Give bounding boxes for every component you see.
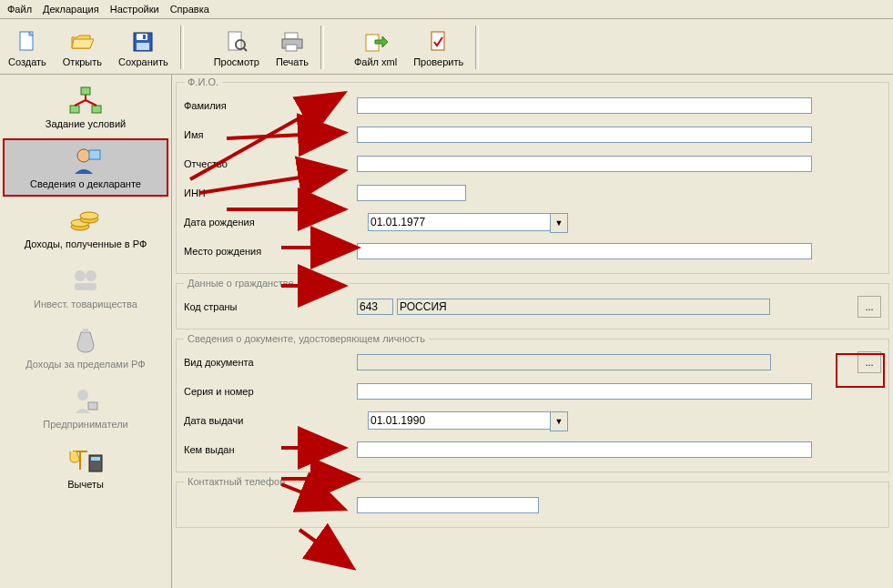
menu-settings[interactable]: Настройки: [110, 4, 159, 15]
menu-help[interactable]: Справка: [170, 4, 209, 15]
sidebar-item-label: Задание условий: [5, 118, 167, 129]
sidebar-item-declarant[interactable]: Сведения о декларанте: [3, 138, 168, 197]
menu-decl[interactable]: Декларация: [43, 4, 99, 15]
open-button[interactable]: Открыть: [55, 21, 110, 74]
new-file-icon: [15, 29, 40, 55]
toolbar-sep-1: [180, 25, 184, 69]
sidebar-item-invest[interactable]: Инвест. товарищества: [3, 259, 168, 317]
phone-input[interactable]: [357, 497, 539, 513]
svg-point-30: [86, 270, 96, 281]
svg-line-49: [299, 530, 350, 566]
check-button[interactable]: Проверить: [405, 21, 472, 74]
svg-rect-16: [431, 32, 444, 50]
document-group: Сведения о документе, удостоверяющем лич…: [176, 333, 889, 472]
person-card-icon: [67, 144, 104, 177]
issuer-input[interactable]: [357, 441, 812, 458]
surname-label: Фамилия: [184, 100, 357, 111]
toolbar-sep-2: [320, 25, 324, 69]
main-form: Ф.И.О. Фамилия Имя Отчество ИНН Дата рож…: [172, 75, 893, 588]
toolbar-sep-3: [475, 25, 479, 69]
country-name-input: [397, 299, 770, 315]
svg-line-22: [86, 100, 96, 106]
svg-rect-18: [70, 106, 79, 113]
folder-open-icon: [69, 29, 95, 55]
preview-button[interactable]: Просмотр: [206, 21, 268, 74]
sidebar-item-deductions[interactable]: Вычеты: [3, 439, 168, 497]
patronymic-label: Отчество: [184, 158, 357, 169]
patronymic-input[interactable]: [357, 156, 812, 172]
name-label: Имя: [184, 129, 357, 140]
svg-rect-24: [89, 150, 100, 159]
country-browse-button[interactable]: ...: [857, 296, 881, 318]
print-button[interactable]: Печать: [268, 21, 317, 74]
sidebar-item-conditions[interactable]: Задание условий: [3, 78, 168, 137]
sidebar-item-label: Вычеты: [5, 479, 167, 490]
svg-point-29: [75, 270, 86, 281]
name-input[interactable]: [357, 127, 812, 143]
country-code-input: [357, 299, 393, 315]
handshake-icon: [67, 264, 104, 297]
svg-point-33: [77, 390, 88, 400]
sidebar-item-entrepreneurs[interactable]: Предприниматели: [3, 379, 168, 437]
sidebar-item-label: Сведения о декларанте: [5, 178, 167, 189]
magnify-page-icon: [224, 29, 249, 55]
doctype-input: [357, 354, 771, 370]
toolbar: Создать Открыть Сохранить Просмотр Печат…: [0, 19, 893, 75]
dob-combo[interactable]: ▼: [368, 213, 568, 231]
svg-rect-31: [75, 283, 96, 290]
phone-group: Контактный телефон: [176, 476, 889, 528]
sidebar-item-income-abroad[interactable]: Доходы за пределами РФ: [3, 319, 168, 377]
citizenship-group: Данные о гражданстве Код страны ...: [176, 278, 889, 329]
floppy-icon: [130, 29, 156, 55]
save-button[interactable]: Сохранить: [110, 21, 177, 74]
sidebar-item-label: Предприниматели: [5, 419, 167, 430]
money-bag-icon: [67, 324, 104, 357]
issue-date-input[interactable]: [368, 411, 550, 430]
dob-input[interactable]: [368, 213, 550, 231]
svg-rect-7: [143, 35, 146, 39]
series-number-input[interactable]: [357, 383, 812, 400]
dropdown-icon[interactable]: ▼: [550, 213, 568, 233]
country-code-label: Код страны: [184, 301, 357, 312]
scales-calc-icon: [67, 444, 104, 477]
inn-label: ИНН: [184, 188, 357, 198]
svg-rect-13: [286, 45, 297, 51]
sidebar-item-label: Доходы за пределами РФ: [5, 359, 167, 370]
svg-rect-19: [92, 106, 101, 113]
doctype-label: Вид документа: [184, 357, 357, 368]
menu-file[interactable]: Файл: [7, 4, 32, 15]
sidebar: Задание условий Сведения о декларанте До…: [0, 75, 172, 588]
series-number-label: Серия и номер: [184, 386, 357, 397]
coins-icon: [67, 204, 104, 237]
citizenship-legend: Данные о гражданстве: [184, 278, 298, 289]
xml-button[interactable]: Файл xml: [346, 21, 405, 74]
menubar: Файл Декларация Настройки Справка: [0, 0, 893, 19]
issue-date-combo[interactable]: ▼: [368, 411, 568, 430]
svg-rect-6: [137, 43, 149, 50]
pob-input[interactable]: [357, 243, 812, 259]
fio-legend: Ф.И.О.: [184, 76, 222, 87]
inn-input[interactable]: [357, 185, 466, 201]
sidebar-item-income-rf[interactable]: Доходы, полученные в РФ: [3, 198, 168, 257]
svg-rect-32: [83, 329, 88, 332]
svg-rect-38: [91, 457, 100, 461]
svg-point-23: [77, 149, 90, 162]
dropdown-icon[interactable]: ▼: [550, 411, 568, 431]
businessman-icon: [67, 384, 104, 417]
fio-group: Ф.И.О. Фамилия Имя Отчество ИНН Дата рож…: [176, 76, 889, 274]
printer-icon: [279, 29, 305, 55]
create-button[interactable]: Создать: [0, 21, 55, 74]
svg-rect-17: [81, 87, 90, 95]
issue-date-label: Дата выдачи: [184, 415, 357, 426]
doctype-browse-button[interactable]: ...: [857, 351, 881, 373]
svg-rect-34: [88, 402, 97, 410]
dob-label: Дата рождения: [184, 217, 357, 228]
svg-rect-11: [285, 33, 298, 39]
check-page-icon: [426, 29, 452, 55]
svg-point-28: [80, 212, 98, 219]
surname-input[interactable]: [357, 97, 812, 114]
svg-marker-3: [72, 39, 94, 48]
svg-rect-5: [137, 34, 147, 40]
phone-legend: Контактный телефон: [184, 476, 289, 487]
pob-label: Место рождения: [184, 246, 357, 257]
